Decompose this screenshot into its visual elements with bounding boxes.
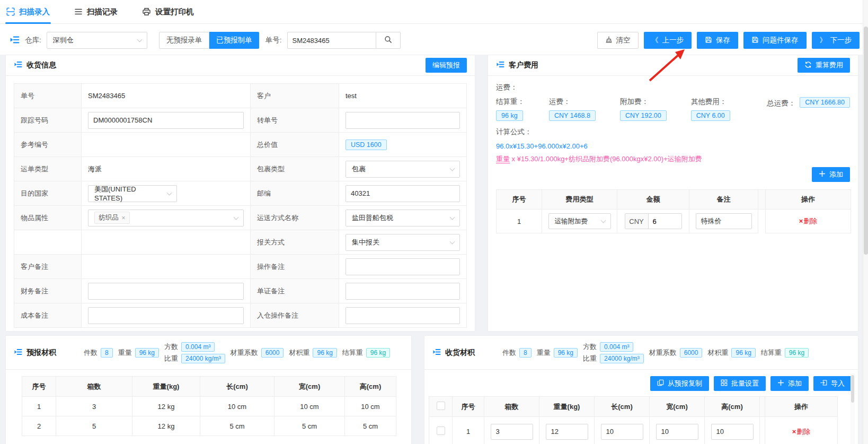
finance-remark-input[interactable]: [88, 283, 244, 300]
other-fees-tag: CNY 6.00: [691, 110, 730, 121]
formula-section-label: 计算公式：: [496, 127, 850, 137]
item-attribute-multiselect[interactable]: 纺织品 ×: [88, 210, 244, 227]
stat-chargeable-weight: 结算重 96 kg: [342, 348, 390, 358]
previous-step-button[interactable]: 《 上一步: [644, 32, 692, 49]
cell-spacer: [760, 417, 765, 444]
chevron-down-icon: [137, 37, 142, 42]
delete-row-link[interactable]: ×删除: [792, 428, 811, 436]
column-spacer: [760, 397, 765, 417]
import-icon: [820, 379, 827, 388]
column-header: 序号: [497, 190, 542, 210]
stat-volume: 方数 0.004 m³: [583, 342, 644, 352]
warehouse-remark-input[interactable]: [346, 307, 460, 324]
stat-pieces: 件数 8: [502, 348, 532, 358]
field-label: 运单类型: [14, 157, 81, 181]
order-no-input[interactable]: [287, 32, 376, 49]
shipping-method-select[interactable]: 盐田普船包税: [346, 210, 460, 227]
recalculate-fees-button[interactable]: 重算费用: [798, 58, 850, 73]
scrollbar-thumb[interactable]: [864, 27, 868, 255]
field-label: 跟踪号码: [14, 108, 81, 132]
clear-button[interactable]: 清空: [597, 32, 639, 49]
field-label: 客户备注: [14, 255, 81, 278]
page-scrollbar[interactable]: [863, 0, 868, 444]
customs-method-select[interactable]: 集中报关: [346, 234, 460, 251]
stat-surcharge: 附加费： CNY 192.00: [620, 97, 667, 121]
document-remark-input[interactable]: [346, 283, 460, 300]
stat-density: 比重 24000 kg/m³: [164, 354, 225, 363]
edit-forecast-button[interactable]: 编辑预报: [426, 58, 467, 73]
stat-density: 比重 24000 kg/m³: [583, 354, 644, 363]
stat-chargeable-weight: 结算重 96 kg: [761, 348, 809, 358]
settle-weight-tag: 96 kg: [496, 110, 523, 121]
height-input[interactable]: [711, 424, 754, 440]
attribute-tag: 纺织品 ×: [94, 212, 130, 224]
delete-x-icon: ×: [799, 217, 803, 225]
field-label: 运送方式名称: [251, 206, 339, 230]
column-header: 操作: [765, 397, 838, 417]
delete-fee-link[interactable]: ×删除: [799, 217, 818, 225]
no-forecast-entry-button[interactable]: 无预报录单: [159, 32, 210, 49]
detail-list-icon: [496, 60, 504, 70]
stat-weight: 重量 96 kg: [537, 348, 578, 358]
stat-other-fees: 其他费用： CNY 6.00: [691, 97, 730, 121]
received-volume-panel: 收货材积 件数 8 重量 96 kg 方数 0.004 m³ 比重 24000 …: [424, 335, 858, 444]
field-label: 单号: [14, 84, 81, 108]
fee-row-index: 1: [497, 210, 542, 233]
boxes-input[interactable]: [491, 424, 533, 440]
tab-scan-entry[interactable]: 扫描录入: [5, 0, 51, 24]
row-checkbox[interactable]: [437, 426, 445, 435]
tab-label: 扫描录入: [19, 7, 50, 17]
cost-remark-input[interactable]: [88, 307, 244, 324]
stat-volumetric-weight: 材积重 96 kg: [289, 348, 336, 358]
field-label: 操作备注: [251, 255, 339, 278]
field-label: 目的国家: [14, 181, 81, 205]
detail-list-icon: [14, 60, 22, 70]
destination-country-select[interactable]: 美国(UNITED STATES): [88, 185, 177, 202]
forecast-volume-table: 序号 箱数 重量(kg) 长(cm) 宽(cm) 高(cm) 1 3 12 kg…: [22, 376, 396, 436]
detail-list-icon: [14, 348, 22, 358]
width-input[interactable]: [656, 424, 698, 440]
field-label: 参考编号: [14, 133, 81, 156]
formula-text: 重量 x ¥15.30/1.000kg+纺织品附加费(96.000kgx¥2.0…: [496, 154, 850, 164]
total-freight-tag: CNY 1666.80: [800, 97, 850, 108]
tab-scan-records[interactable]: 扫描记录: [73, 0, 119, 24]
column-header: 金额: [617, 190, 689, 210]
remove-tag-icon[interactable]: ×: [122, 214, 126, 222]
freight-tag: CNY 1468.8: [549, 110, 596, 121]
add-row-button[interactable]: 添加: [770, 376, 809, 391]
fee-note-input[interactable]: [696, 213, 752, 229]
panel-title: 收货材积: [445, 348, 475, 358]
field-label: 转单号: [251, 108, 339, 132]
weight-input[interactable]: [546, 424, 588, 440]
next-step-button[interactable]: 》 下一步: [812, 32, 860, 49]
copy-icon: [657, 379, 664, 388]
save-icon: [705, 36, 712, 45]
transfer-no-input[interactable]: [346, 112, 460, 129]
save-button[interactable]: 保存: [697, 32, 738, 49]
batch-settings-button[interactable]: 批量设置: [714, 376, 766, 391]
problem-save-button[interactable]: 问题件保存: [743, 32, 807, 49]
add-fee-button[interactable]: 添加: [812, 167, 850, 182]
select-all-checkbox[interactable]: [437, 402, 445, 410]
tracking-no-input[interactable]: [88, 112, 244, 129]
operation-remark-input[interactable]: [346, 258, 460, 275]
column-header: 箱数: [56, 377, 132, 397]
column-header: 宽(cm): [650, 397, 705, 417]
broom-icon: [605, 36, 613, 45]
total-value-tag: USD 1600: [346, 140, 387, 150]
zipcode-input[interactable]: [346, 185, 460, 202]
package-type-select[interactable]: 包裹: [346, 161, 460, 178]
fee-type-select[interactable]: 运输附加费: [548, 213, 611, 229]
tab-printer-settings[interactable]: 设置打印机: [141, 0, 195, 24]
order-no-value: SM2483465: [82, 84, 250, 108]
length-input[interactable]: [601, 424, 643, 440]
forecasted-order-button[interactable]: 已预报制单: [209, 32, 259, 49]
copy-from-forecast-button[interactable]: 从预报复制: [650, 376, 709, 391]
fee-amount-input[interactable]: [649, 214, 681, 229]
warehouse-select[interactable]: 深圳仓: [47, 32, 147, 49]
search-button[interactable]: [376, 32, 401, 49]
import-button[interactable]: 导入: [813, 376, 852, 391]
search-icon: [384, 36, 392, 45]
table-scrollbar[interactable]: [851, 373, 855, 444]
field-label: 物品属性: [14, 206, 81, 230]
